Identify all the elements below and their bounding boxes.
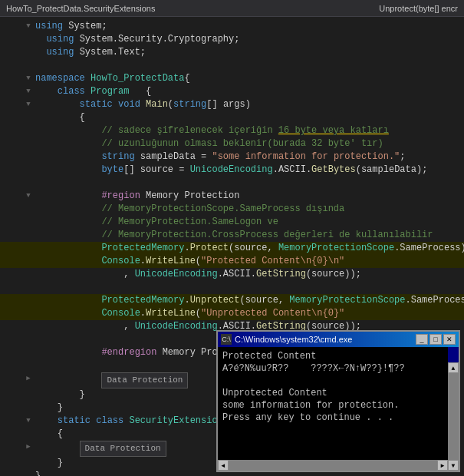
code-2: using System.Security.Cryptography; <box>34 33 462 46</box>
line-14: ▼ #region Memory Protection <box>0 190 464 203</box>
code-17: // MemoryProtection.CrossProcess değerle… <box>34 229 462 242</box>
cmd-line-1: Protected Content <box>222 350 443 362</box>
cmd-scroll-right-button[interactable]: ► <box>437 460 448 471</box>
code-4 <box>34 59 462 72</box>
expand-5[interactable]: ▼ <box>23 72 34 85</box>
title-bar: HowTo_ProtectData.SecurityExtensions Unp… <box>0 0 464 17</box>
line-19: Console.WriteLine("Protected Content\n{0… <box>0 255 464 268</box>
cmd-minimize-button[interactable]: _ <box>416 334 428 345</box>
cmd-line-5: some information for protection. <box>222 399 443 412</box>
code-19: Console.WriteLine("Protected Content\n{0… <box>34 255 462 268</box>
expand-14[interactable]: ▼ <box>23 190 34 203</box>
line-11: string sampleData = "some information fo… <box>0 150 464 164</box>
cmd-controls: _ □ ✕ <box>416 334 456 345</box>
placeholder-2[interactable]: Data Protection <box>80 441 166 457</box>
code-8: { <box>34 111 462 124</box>
line-23: Console.WriteLine("Unprotected Content\n… <box>0 307 464 320</box>
line-12: byte[] source = UnicodeEncoding.ASCII.Ge… <box>0 164 464 177</box>
code-1: using System; <box>34 20 462 33</box>
code-21 <box>34 281 462 294</box>
code-5: namespace HowTo_ProtectData{ <box>34 72 462 85</box>
cmd-titlebar-left: C:\ C:\Windows\system32\cmd.exe <box>221 334 352 345</box>
expand-1[interactable]: ▼ <box>23 20 34 33</box>
cmd-line-4: Unprotected Content <box>222 387 443 399</box>
cmd-icon: C:\ <box>221 334 232 345</box>
code-13 <box>34 177 462 190</box>
cmd-scroll-track-h[interactable] <box>229 460 437 471</box>
line-15: // MemoryProtectionScope.SameProcess dış… <box>0 203 464 216</box>
cmd-scroll-left-button[interactable]: ◄ <box>218 460 229 471</box>
code-3: using System.Text; <box>34 46 462 59</box>
line-7: ▼ static void Main(string[] args) <box>0 98 464 111</box>
expand-6[interactable]: ▼ <box>23 85 34 98</box>
code-10: // uzunluğunun olması beklenir(burada 32… <box>34 137 462 150</box>
code-15: // MemoryProtectionScope.SameProcess dış… <box>34 203 462 216</box>
line-6: ▼ class Program { <box>0 85 464 98</box>
placeholder-1[interactable]: Data Protection <box>101 372 188 388</box>
cmd-scroll-track-v[interactable] <box>448 373 459 460</box>
code-6: class Program { <box>34 85 462 98</box>
line-16: // MemoryProtection.SameLogon ve <box>0 216 464 229</box>
cmd-scroll-up-button[interactable]: ▲ <box>448 362 459 373</box>
code-14: #region Memory Protection <box>34 190 462 203</box>
line-9: // sadece şifrelenecek içeriğin 16 byte … <box>0 124 464 137</box>
line-18: ProtectedMemory.Protect(source, MemoryPr… <box>0 242 464 255</box>
cmd-window: C:\ C:\Windows\system32\cmd.exe _ □ ✕ Pr… <box>216 330 460 472</box>
expand-7[interactable]: ▼ <box>23 98 34 111</box>
expand-28[interactable]: ▶ <box>23 372 34 385</box>
cmd-maximize-button[interactable]: □ <box>429 334 442 345</box>
line-21 <box>0 281 464 294</box>
cmd-scroll-down-button[interactable]: ▼ <box>448 460 459 471</box>
code-23: Console.WriteLine("Unprotected Content\n… <box>34 307 462 320</box>
title-bar-filename: HowTo_ProtectData.SecurityExtensions <box>6 4 155 13</box>
code-20: , UnicodeEncoding.ASCII.GetString(source… <box>34 268 462 281</box>
code-12: byte[] source = UnicodeEncoding.ASCII.Ge… <box>34 164 462 177</box>
cmd-titlebar: C:\ C:\Windows\system32\cmd.exe _ □ ✕ <box>218 332 459 347</box>
line-22: ProtectedMemory.Unprotect(source, Memory… <box>0 294 464 307</box>
line-1: ▼ using System; <box>0 20 464 33</box>
code-16: // MemoryProtection.SameLogon ve <box>34 216 462 229</box>
line-4 <box>0 59 464 72</box>
expand-33[interactable]: ▶ <box>23 441 34 454</box>
code-22: ProtectedMemory.Unprotect(source, Memory… <box>34 294 464 307</box>
title-bar-method: Unprotect(byte[] encr <box>379 4 458 13</box>
cmd-vertical-scrollbar[interactable]: ▲ ▼ <box>448 362 459 471</box>
code-7: static void Main(string[] args) <box>34 98 462 111</box>
line-8: { <box>0 111 464 124</box>
code-9: // sadece şifrelenecek içeriğin 16 byte … <box>34 124 462 137</box>
line-3: using System.Text; <box>0 46 464 59</box>
cmd-body: Protected Content A?é?N%uu?R?? ????X←?N↑… <box>218 347 448 460</box>
line-20: , UnicodeEncoding.ASCII.GetString(source… <box>0 268 464 281</box>
cmd-line-3 <box>222 375 443 387</box>
code-11: string sampleData = "some information fo… <box>34 150 462 164</box>
line-5: ▼ namespace HowTo_ProtectData{ <box>0 72 464 85</box>
code-18: ProtectedMemory.Protect(source, MemoryPr… <box>34 242 464 255</box>
cmd-line-2: A?é?N%uu?R?? ????X←?N↑W??}!¶?? <box>222 362 443 375</box>
line-13 <box>0 177 464 190</box>
line-17: // MemoryProtection.CrossProcess değerle… <box>0 229 464 242</box>
line-2: using System.Security.Cryptography; <box>0 33 464 46</box>
expand-31[interactable]: ▼ <box>23 415 34 428</box>
cmd-horizontal-scrollbar[interactable]: ◄ ► <box>218 460 448 471</box>
cmd-title: C:\Windows\system32\cmd.exe <box>235 335 352 344</box>
cmd-line-6: Press any key to continue . . . <box>222 412 443 424</box>
line-10: // uzunluğunun olması beklenir(burada 32… <box>0 137 464 150</box>
cmd-close-button[interactable]: ✕ <box>443 334 456 345</box>
